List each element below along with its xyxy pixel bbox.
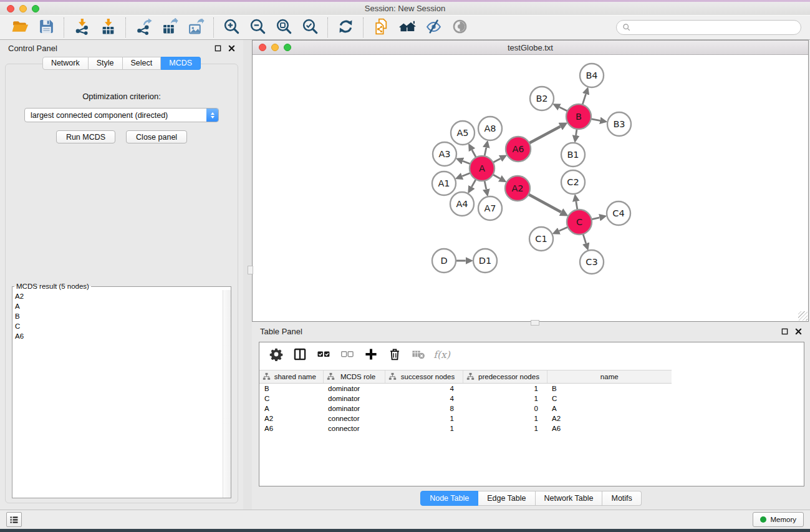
table-cell[interactable]: 8 [385,404,463,414]
node-C1[interactable]: C1 [529,227,553,251]
result-list-item[interactable]: B [12,311,223,321]
column-header-predecessor-nodes[interactable]: predecessor nodes [463,370,547,384]
table-cell[interactable]: 1 [385,414,463,423]
memory-button[interactable]: Memory [753,512,804,527]
node-table[interactable]: shared nameMCDS rolesuccessor nodesprede… [259,370,804,433]
tab-style[interactable]: Style [89,57,123,70]
open-session-button[interactable] [7,17,33,37]
node-C[interactable]: C [567,210,592,235]
import-network-button[interactable] [69,17,95,37]
tab-motifs[interactable]: Motifs [602,491,641,506]
node-A[interactable]: A [470,156,494,181]
table-cell[interactable]: 1 [463,394,547,404]
table-cell[interactable]: connector [323,414,385,423]
node-B3[interactable]: B3 [607,112,631,136]
table-cell[interactable]: 4 [385,384,463,394]
result-list-item[interactable]: A6 [12,331,223,341]
search-box[interactable] [616,20,801,35]
node-A4[interactable]: A4 [450,192,474,216]
float-table-panel-icon[interactable] [781,328,788,335]
node-A6[interactable]: A6 [506,137,531,162]
table-cell[interactable]: 1 [463,423,547,433]
node-B2[interactable]: B2 [530,87,554,110]
zoom-in-button[interactable] [218,17,244,37]
search-input[interactable] [634,23,795,32]
table-cell[interactable]: dominator [323,394,385,404]
network-close-button[interactable] [259,44,266,51]
minimize-window-button[interactable] [19,5,27,12]
node-C3[interactable]: C3 [580,250,604,274]
export-network-button[interactable] [130,17,157,37]
result-list-item[interactable]: A2 [12,291,223,301]
home-button[interactable] [394,17,420,37]
table-cell[interactable]: A2 [547,414,672,423]
function-builder-button[interactable]: f(x) [431,345,453,365]
table-cell[interactable]: 1 [385,423,463,433]
table-cell[interactable]: B [259,384,323,394]
delete-table-button[interactable] [407,345,429,365]
settings-button[interactable] [265,345,287,365]
table-row[interactable]: Bdominator41B [259,384,804,394]
tab-network[interactable]: Network [42,57,89,70]
clone-network-button[interactable] [368,17,394,37]
float-panel-icon[interactable] [215,45,221,52]
table-cell[interactable]: dominator [323,404,385,414]
node-B[interactable]: B [566,104,591,129]
unselect-all-columns-button[interactable] [336,345,358,365]
table-cell[interactable]: A [547,404,672,414]
node-A1[interactable]: A1 [432,172,456,195]
node-C4[interactable]: C4 [607,201,630,225]
node-A2[interactable]: A2 [505,176,530,201]
close-table-panel-icon[interactable] [795,328,802,335]
table-row[interactable]: Adominator80A [259,404,804,414]
table-cell[interactable]: 1 [463,414,547,423]
table-cell[interactable]: C [259,394,323,404]
window-resize-grip[interactable] [798,311,808,321]
task-history-button[interactable] [6,512,22,527]
hide-details-button[interactable] [420,17,446,37]
close-window-button[interactable] [7,5,14,12]
export-image-button[interactable] [183,17,209,37]
tab-network-table[interactable]: Network Table [536,491,603,506]
tab-mcds[interactable]: MCDS [161,57,201,70]
tab-select[interactable]: Select [123,57,162,70]
node-A8[interactable]: A8 [478,117,502,140]
network-graph[interactable]: B4B2BB3A8A5A6A3B1AC2A1A2A4A7C4CC1DD1C3 [253,55,808,321]
column-header-shared-name[interactable]: shared name [259,370,323,384]
column-header-name[interactable]: name [547,370,672,384]
tab-edge-table[interactable]: Edge Table [478,491,535,506]
close-panel-icon[interactable] [228,45,235,52]
zoom-out-button[interactable] [244,17,271,37]
close-panel-button[interactable]: Close panel [126,130,187,143]
table-cell[interactable]: dominator [323,384,385,394]
node-B4[interactable]: B4 [580,64,604,87]
table-cell[interactable]: 4 [385,394,463,404]
result-list-item[interactable]: C [12,321,223,331]
splitter-handle[interactable] [248,266,253,274]
table-row[interactable]: A6connector11A6 [259,423,804,433]
network-maximize-button[interactable] [284,44,291,51]
column-header-MCDS-role[interactable]: MCDS role [323,370,385,384]
node-D[interactable]: D [432,249,456,273]
show-details-button[interactable] [446,17,473,37]
add-column-button[interactable] [360,345,382,365]
result-list-item[interactable]: A [12,301,223,311]
select-all-columns-button[interactable] [312,345,334,365]
table-cell[interactable]: A6 [547,423,672,433]
node-C2[interactable]: C2 [561,170,585,194]
node-A3[interactable]: A3 [433,142,456,166]
table-cell[interactable]: 0 [463,404,547,414]
network-minimize-button[interactable] [271,44,279,51]
save-session-button[interactable] [33,17,59,37]
result-list-scrollbar[interactable] [223,290,231,498]
table-cell[interactable]: 1 [463,384,547,394]
criterion-dropdown[interactable]: largest connected component (directed) [24,108,219,122]
delete-column-button[interactable] [383,345,405,365]
node-A5[interactable]: A5 [451,121,475,145]
column-header-successor-nodes[interactable]: successor nodes [385,370,463,384]
horizontal-splitter-handle[interactable] [531,320,539,326]
table-cell[interactable]: A2 [259,414,323,423]
tab-node-table[interactable]: Node Table [420,491,478,506]
refresh-layout-button[interactable] [332,17,359,37]
table-cell[interactable]: C [547,394,672,404]
